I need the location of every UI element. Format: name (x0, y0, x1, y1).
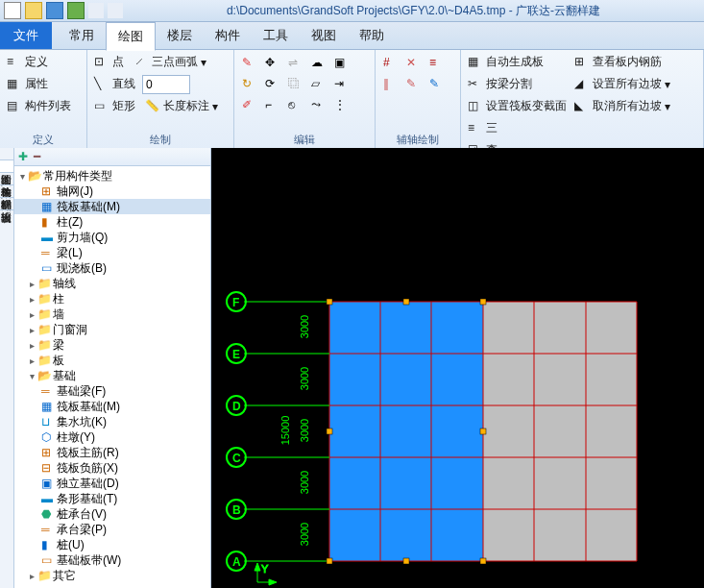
join-icon[interactable]: ⤳ (311, 98, 327, 113)
point-button[interactable]: ⊡点 (91, 52, 127, 72)
copy-icon[interactable]: ⿻ (288, 77, 303, 92)
pit-icon: ⊔ (41, 415, 57, 429)
folder-icon: 📁 (37, 354, 53, 367)
align-icon[interactable]: ▣ (334, 56, 350, 71)
tree-item[interactable]: ▭基础板带(W) (14, 552, 210, 568)
tree-node[interactable]: ▸📁轴线 (14, 276, 210, 291)
tree-node[interactable]: ▸📁板 (14, 353, 210, 368)
tree-item[interactable]: ▣独立基础(D) (14, 476, 210, 491)
tree-node[interactable]: ▸📁柱 (14, 291, 210, 306)
tree-item[interactable]: ⊟筏板负筋(X) (14, 460, 210, 476)
menu-component[interactable]: 构件 (204, 22, 252, 49)
open-icon[interactable] (25, 2, 42, 19)
cancel-slope-button[interactable]: ◣取消所有边坡 ▾ (571, 96, 673, 116)
set-raft-section-button[interactable]: ◫设置筏板变截面 (465, 96, 570, 116)
offset-icon[interactable]: ▱ (311, 77, 327, 92)
collapse-icon[interactable]: ━ (34, 150, 40, 163)
tree-panel: ✚ ━ ▾📂常用构件类型 ⊞轴网(J) ▦筏板基础(M) ▮柱(Z) ▬剪力墙(… (14, 148, 211, 588)
define-button[interactable]: ≡定义 (4, 52, 74, 72)
ribbon: ≡定义 ▦属性 ▤构件列表 定义 ⊡点 ⟋三点画弧 ▾ ╲直线 (0, 50, 704, 151)
aux-line-icon[interactable]: ✕ (406, 56, 422, 71)
menu-floor[interactable]: 楼层 (156, 22, 204, 49)
tree-item[interactable]: ▮桩(U) (14, 537, 210, 552)
redo-icon[interactable] (108, 3, 123, 18)
point-icon: ⊡ (94, 55, 109, 70)
menu-common[interactable]: 常用 (58, 22, 106, 49)
tree-item[interactable]: ▭现浇板(B) (14, 260, 210, 276)
aux-grid-icon[interactable]: # (383, 56, 399, 71)
array-icon[interactable]: ⋮ (334, 98, 350, 113)
tree-item[interactable]: ⊞轴网(J) (14, 184, 210, 199)
svg-rect-39 (480, 299, 486, 305)
tab-report[interactable]: 报表输出 (0, 198, 13, 210)
tab-detail[interactable]: 翻样明细 (0, 185, 13, 198)
arc-button[interactable]: ⟋三点画弧 ▾ (131, 52, 209, 72)
rect-button[interactable]: ▭矩形 (91, 96, 138, 116)
tree-item[interactable]: ▬剪力墙(Q) (14, 230, 210, 245)
new-icon[interactable] (4, 2, 21, 19)
break-icon[interactable]: ⎋ (288, 98, 303, 113)
tab-project-settings[interactable]: 工程设置 (0, 148, 13, 160)
component-tree[interactable]: ▾📂常用构件类型 ⊞轴网(J) ▦筏板基础(M) ▮柱(Z) ▬剪力墙(Q) ═… (14, 166, 210, 588)
tree-item[interactable]: ⊔集水坑(K) (14, 414, 210, 429)
tree-node[interactable]: ▸📁梁 (14, 337, 210, 353)
property-button[interactable]: ▦属性 (4, 74, 74, 94)
menu-view[interactable]: 视图 (300, 22, 348, 49)
menu-file[interactable]: 文件 (0, 22, 52, 49)
extend-icon[interactable]: ⇥ (334, 77, 350, 92)
tab-single-input[interactable]: 单构件输入 (0, 173, 13, 185)
pen-icon[interactable]: ✐ (242, 98, 257, 113)
dimensions: 3000 3000 3000 3000 3000 15000 (279, 315, 310, 546)
svg-marker-48 (269, 579, 277, 585)
save-icon[interactable] (46, 2, 63, 19)
tree-node[interactable]: ▸📁墙 (14, 306, 210, 322)
mirror-icon[interactable]: ⇌ (288, 56, 303, 71)
refresh-icon[interactable]: ⟳ (265, 77, 280, 92)
tree-node[interactable]: ▸📁门窗洞 (14, 322, 210, 337)
menu-help[interactable]: 帮助 (348, 22, 396, 49)
auto-slab-button[interactable]: ▦自动生成板 (465, 52, 570, 72)
tree-item[interactable]: ▦筏板基础(M) (14, 399, 210, 414)
tree-item[interactable]: ▬条形基础(T) (14, 491, 210, 506)
brush-icon[interactable]: ✎ (242, 56, 257, 71)
aux-pen2-icon[interactable]: ✎ (429, 77, 445, 92)
tree-item-raft[interactable]: ▦筏板基础(M) (14, 199, 210, 214)
set-slope-button[interactable]: ◢设置所有边坡 ▾ (571, 74, 673, 94)
component-list-button[interactable]: ▤构件列表 (4, 96, 74, 116)
aux-pen-icon[interactable]: ✎ (406, 77, 422, 92)
menu-draw[interactable]: 绘图 (106, 22, 156, 51)
expand-icon[interactable]: ✚ (18, 150, 28, 163)
tree-node[interactable]: ▸📁其它 (14, 568, 210, 583)
split-beam-button[interactable]: ✂按梁分割 (465, 74, 570, 94)
aux-h-icon[interactable]: ≡ (429, 56, 445, 71)
undo-icon[interactable] (88, 3, 104, 18)
rotate-icon[interactable]: ↻ (242, 77, 257, 92)
grid-icon: ⊞ (41, 184, 57, 198)
tab-draw-input[interactable]: 绘图输入 (0, 160, 13, 173)
folder-icon: 📁 (37, 307, 53, 321)
cloud-icon[interactable]: ☁ (311, 56, 327, 71)
drawing-canvas[interactable]: F E D C B A 3000 3000 3000 3000 3000 150… (211, 148, 704, 588)
more1-button[interactable]: ≡三 (465, 118, 500, 138)
saveas-icon[interactable] (67, 2, 85, 19)
line-button[interactable]: ╲直线 (91, 74, 138, 94)
move-icon[interactable]: ✥ (265, 56, 280, 71)
folder-open-icon: 📂 (37, 369, 53, 382)
tree-item[interactable]: ⬣桩承台(V) (14, 506, 210, 522)
slope-icon: ◢ (574, 77, 590, 92)
tree-item[interactable]: ⊞筏板主筋(R) (14, 445, 210, 460)
menu-tool[interactable]: 工具 (252, 22, 300, 49)
property-icon: ▦ (7, 77, 22, 92)
aux-v-icon[interactable]: ‖ (383, 77, 399, 92)
tree-item[interactable]: ⬡柱墩(Y) (14, 429, 210, 445)
tree-item[interactable]: ═承台梁(P) (14, 522, 210, 537)
tree-item[interactable]: ▮柱(Z) (14, 214, 210, 230)
dimension-button[interactable]: 📏长度标注 ▾ (142, 96, 221, 116)
trim-icon[interactable]: ⌐ (265, 98, 280, 113)
tree-node-foundation[interactable]: ▾📂基础 (14, 368, 210, 383)
view-rebar-button[interactable]: ⊞查看板内钢筋 (571, 52, 673, 72)
tree-item[interactable]: ═梁(L) (14, 245, 210, 260)
tree-root[interactable]: ▾📂常用构件类型 (14, 168, 210, 184)
offset-input[interactable] (142, 75, 190, 94)
tree-item[interactable]: ═基础梁(F) (14, 383, 210, 399)
